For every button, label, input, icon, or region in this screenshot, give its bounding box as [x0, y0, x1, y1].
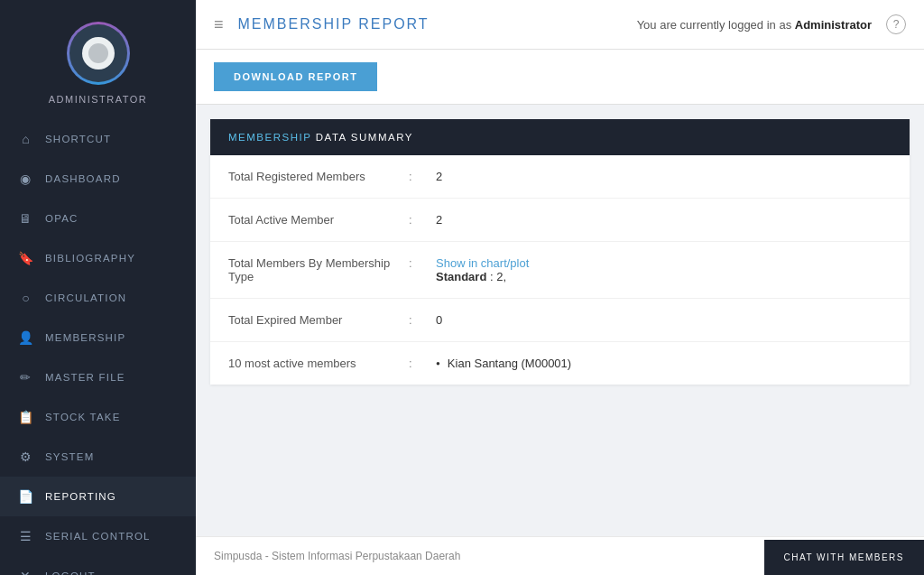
- reporting-icon: 📄: [18, 488, 34, 505]
- sidebar-item-bibliography[interactable]: 🔖BIBLIOGRAPHY: [0, 238, 196, 278]
- sidebar-label-bibliography: BIBLIOGRAPHY: [45, 253, 135, 264]
- system-icon: ⚙: [18, 449, 34, 465]
- sidebar-label-shortcut: SHORTCUT: [45, 134, 111, 144]
- row-label-3: Total Expired Member: [228, 313, 409, 327]
- summary-row-0: Total Registered Members:2: [210, 155, 910, 199]
- page-title: MEMBERSHIP REPORT: [238, 16, 623, 32]
- summary-row-2: Total Members By Membership Type:Show in…: [210, 242, 910, 299]
- sidebar-label-system: SYSTEM: [45, 451, 95, 462]
- footer-left: Simpusda - Sistem Informasi Perpustakaan…: [214, 550, 460, 562]
- row-value-3: 0: [436, 313, 892, 327]
- download-report-button[interactable]: DOWNLOAD REPORT: [214, 62, 377, 91]
- row-link-2[interactable]: Show in chart/plot: [436, 256, 529, 270]
- sidebar-label-stock-take: STOCK TAKE: [45, 412, 121, 422]
- sidebar-label-reporting: REPORTING: [45, 491, 116, 502]
- action-bar: DOWNLOAD REPORT: [196, 50, 924, 105]
- row-colon-0: :: [409, 170, 436, 183]
- sidebar-item-master-file[interactable]: ✏MASTER FILE: [0, 357, 196, 397]
- sidebar-item-reporting[interactable]: 📄REPORTING: [0, 477, 196, 516]
- logged-in-username: Administrator: [795, 18, 872, 32]
- sidebar-logo: [67, 22, 130, 85]
- row-extra-2: Standard : 2,: [436, 270, 506, 283]
- data-summary-panel: MEMBERSHIP DATA SUMMARY Total Registered…: [210, 119, 910, 385]
- topbar: ≡ MEMBERSHIP REPORT You are currently lo…: [196, 0, 924, 50]
- sidebar-label-dashboard: DASHBOARD: [45, 173, 121, 184]
- sidebar-label-master-file: MASTER FILE: [45, 372, 125, 383]
- content-area: MEMBERSHIP DATA SUMMARY Total Registered…: [196, 105, 924, 536]
- bibliography-icon: 🔖: [18, 250, 34, 266]
- summary-table: Total Registered Members:2Total Active M…: [210, 155, 910, 385]
- summary-row-4: 10 most active members:Kian Santang (M00…: [210, 342, 910, 385]
- sidebar-item-logout[interactable]: ✕LOGOUT: [0, 556, 196, 575]
- row-label-2: Total Members By Membership Type: [228, 256, 409, 283]
- sidebar-item-shortcut[interactable]: ⌂SHORTCUT: [0, 119, 196, 159]
- user-info: You are currently logged in as Administr…: [637, 18, 872, 32]
- sidebar-label-logout: LOGOUT: [45, 570, 96, 575]
- summary-row-1: Total Active Member:2: [210, 199, 910, 242]
- avatar: [82, 37, 115, 70]
- sidebar-label-circulation: CIRCULATION: [45, 292, 126, 303]
- logout-icon: ✕: [18, 568, 34, 575]
- main-content: ≡ MEMBERSHIP REPORT You are currently lo…: [196, 0, 924, 575]
- sidebar-logo-inner: [69, 24, 127, 82]
- sidebar: ADMINISTRATOR ⌂SHORTCUT◉DASHBOARD🖥OPAC🔖B…: [0, 0, 196, 575]
- sidebar-nav: ⌂SHORTCUT◉DASHBOARD🖥OPAC🔖BIBLIOGRAPHY○CI…: [0, 119, 196, 575]
- summary-header-rest: DATA SUMMARY: [311, 132, 413, 143]
- row-colon-2: :: [409, 256, 436, 270]
- row-label-4: 10 most active members: [228, 357, 409, 370]
- user-info-prefix: You are currently logged in as: [637, 18, 795, 32]
- summary-header-word1: MEMBERSHIP: [228, 132, 311, 143]
- dashboard-icon: ◉: [18, 171, 34, 187]
- summary-row-3: Total Expired Member:0: [210, 299, 910, 342]
- sidebar-label-serial-control: SERIAL CONTROL: [45, 531, 151, 542]
- row-colon-1: :: [409, 213, 436, 227]
- row-value-1: 2: [436, 213, 892, 227]
- help-button[interactable]: ?: [886, 14, 906, 34]
- serial-control-icon: ☰: [18, 528, 34, 544]
- stock-take-icon: 📋: [18, 409, 34, 425]
- sidebar-item-system[interactable]: ⚙SYSTEM: [0, 437, 196, 477]
- menu-icon[interactable]: ≡: [214, 15, 224, 34]
- sidebar-username: ADMINISTRATOR: [49, 94, 148, 105]
- sidebar-item-stock-take[interactable]: 📋STOCK TAKE: [0, 397, 196, 437]
- sidebar-label-opac: OPAC: [45, 213, 79, 224]
- shortcut-icon: ⌂: [18, 131, 34, 147]
- summary-header: MEMBERSHIP DATA SUMMARY: [210, 119, 910, 155]
- row-label-1: Total Active Member: [228, 213, 409, 227]
- sidebar-logo-area: ADMINISTRATOR: [0, 0, 196, 119]
- row-value-2: Show in chart/plotStandard : 2,: [436, 256, 892, 283]
- row-label-0: Total Registered Members: [228, 170, 409, 183]
- membership-icon: 👤: [18, 329, 34, 346]
- sidebar-item-serial-control[interactable]: ☰SERIAL CONTROL: [0, 516, 196, 556]
- sidebar-item-membership[interactable]: 👤MEMBERSHIP: [0, 318, 196, 357]
- sidebar-label-membership: MEMBERSHIP: [45, 332, 125, 343]
- circulation-icon: ○: [18, 290, 34, 306]
- master-file-icon: ✏: [18, 369, 34, 385]
- row-colon-4: :: [409, 357, 436, 370]
- row-value-4: Kian Santang (M00001): [436, 357, 892, 370]
- row-colon-3: :: [409, 313, 436, 327]
- sidebar-item-dashboard[interactable]: ◉DASHBOARD: [0, 159, 196, 199]
- opac-icon: 🖥: [18, 210, 34, 227]
- sidebar-item-circulation[interactable]: ○CIRCULATION: [0, 278, 196, 318]
- row-bullet-4: Kian Santang (M00001): [436, 357, 892, 370]
- chat-with-members-button[interactable]: CHAT WITH MEMBERS: [764, 540, 924, 575]
- row-value-0: 2: [436, 170, 892, 183]
- sidebar-item-opac[interactable]: 🖥OPAC: [0, 199, 196, 238]
